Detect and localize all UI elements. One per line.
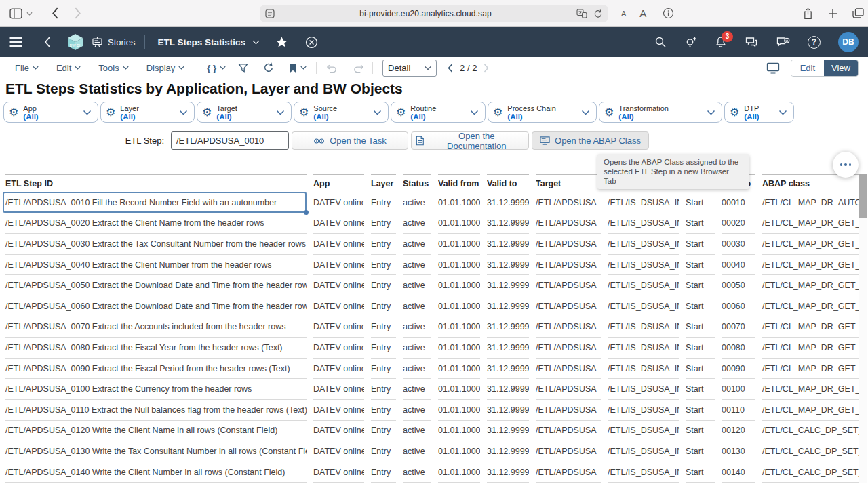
- column-header[interactable]: Target: [536, 174, 601, 192]
- cell-routine[interactable]: Start: [686, 441, 715, 462]
- cell-routine[interactable]: Start: [686, 296, 715, 317]
- menu-icon[interactable]: [9, 37, 22, 47]
- cell-status[interactable]: active: [403, 234, 431, 255]
- cell-etl-step-id[interactable]: /ETL/APDSUSA_0050 Extract the Download D…: [5, 275, 307, 296]
- cell-abap-class[interactable]: /ETL/CL_CALC_DP_SET_FIR: [762, 421, 859, 442]
- cell-layer[interactable]: Entry: [371, 234, 396, 255]
- ai-assistant-icon[interactable]: [684, 36, 697, 49]
- cell-valid-from[interactable]: 01.01.1000: [438, 234, 480, 255]
- open-abap-class-button[interactable]: Open the ABAP Class: [532, 131, 649, 150]
- cell-seq-no[interactable]: 00110: [722, 400, 755, 421]
- cell-status[interactable]: active: [403, 317, 431, 338]
- cell-valid-to[interactable]: 31.12.9999: [487, 379, 529, 400]
- text-larger-button[interactable]: A: [639, 7, 646, 19]
- cell-source[interactable]: /ETL/IS_DSUSA_IN: [608, 275, 679, 296]
- cell-app[interactable]: DATEV online: [313, 192, 364, 214]
- cell-source[interactable]: /ETL/IS_DSUSA_IN: [608, 338, 679, 359]
- cell-seq-no[interactable]: 00050: [722, 275, 755, 296]
- cell-seq-no[interactable]: 00060: [722, 296, 755, 317]
- cell-seq-no[interactable]: 00140: [722, 462, 755, 483]
- bookmark-button[interactable]: [289, 63, 307, 73]
- cell-target[interactable]: /ETL/APDSUSA: [536, 317, 601, 338]
- cell-valid-from[interactable]: 01.01.1000: [438, 400, 480, 421]
- stories-tab[interactable]: Stories: [108, 37, 135, 47]
- close-session-icon[interactable]: [305, 36, 318, 49]
- discussions-icon[interactable]: [745, 37, 758, 48]
- new-tab-icon[interactable]: [828, 9, 837, 18]
- notifications-icon[interactable]: 3: [715, 36, 727, 49]
- cell-routine[interactable]: Start: [686, 359, 715, 380]
- code-button[interactable]: { }: [207, 63, 226, 73]
- avatar[interactable]: DB: [838, 32, 859, 52]
- cell-etl-step-id[interactable]: /ETL/APDSUSA_0100 Extract the Currency f…: [5, 379, 307, 400]
- view-button[interactable]: View: [824, 60, 858, 76]
- cell-source[interactable]: /ETL/IS_DSUSA_IN: [608, 214, 679, 235]
- cell-status[interactable]: active: [403, 462, 431, 483]
- cell-target[interactable]: /ETL/APDSUSA: [536, 441, 601, 462]
- cell-layer[interactable]: Entry: [371, 255, 396, 276]
- cell-etl-step-id[interactable]: /ETL/APDSUSA_0130 Write the Tax Consulta…: [5, 441, 307, 462]
- cell-target[interactable]: /ETL/APDSUSA: [536, 296, 601, 317]
- forward-icon[interactable]: [74, 7, 81, 19]
- back-icon[interactable]: [52, 7, 59, 19]
- cell-etl-step-id[interactable]: /ETL/APDSUSA_0070 Extract the Accounts i…: [5, 317, 307, 338]
- cell-etl-step-id[interactable]: /ETL/APDSUSA_0010 Fill the Record Number…: [5, 192, 307, 214]
- cell-app[interactable]: DATEV online: [313, 255, 364, 276]
- cell-abap-class[interactable]: /ETL/CL_MAP_DR_GET_FIEL: [762, 296, 859, 317]
- cell-target[interactable]: /ETL/APDSUSA: [536, 255, 601, 276]
- cell-valid-from[interactable]: 01.01.1000: [438, 338, 480, 359]
- cell-layer[interactable]: Entry: [371, 400, 396, 421]
- cell-layer[interactable]: Entry: [371, 441, 396, 462]
- cell-layer[interactable]: Entry: [371, 421, 396, 442]
- cell-abap-class[interactable]: /ETL/CL_MAP_DR_GET_FIEL: [762, 400, 859, 421]
- reader-icon[interactable]: [265, 9, 275, 18]
- cell-etl-step-id[interactable]: /ETL/APDSUSA_0020 Extract the Client Nam…: [5, 214, 307, 235]
- cell-source[interactable]: /ETL/IS_DSUSA_IN: [608, 255, 679, 276]
- cell-source[interactable]: /ETL/IS_DSUSA_IN: [608, 296, 679, 317]
- cell-etl-step-id[interactable]: /ETL/APDSUSA_0060 Extract the Download D…: [5, 296, 307, 317]
- cell-layer[interactable]: Entry: [371, 359, 396, 380]
- address-bar[interactable]: bi-provider.eu20.analytics.cloud.sap: [260, 5, 608, 22]
- filter-chip[interactable]: ⚙ Routine (All): [391, 102, 486, 123]
- cell-routine[interactable]: Start: [686, 192, 715, 214]
- cell-target[interactable]: /ETL/APDSUSA: [536, 192, 601, 214]
- column-header[interactable]: App: [313, 174, 364, 192]
- cell-target[interactable]: /ETL/APDSUSA: [536, 338, 601, 359]
- cell-status[interactable]: active: [403, 296, 431, 317]
- cell-etl-step-id[interactable]: /ETL/APDSUSA_0080 Extract the Fiscal Yea…: [5, 338, 307, 359]
- info-icon[interactable]: [663, 7, 674, 19]
- feedback-icon[interactable]: [776, 37, 790, 48]
- cell-layer[interactable]: Entry: [371, 462, 396, 483]
- cell-etl-step-id[interactable]: /ETL/APDSUSA_0120 Write the Client Name …: [5, 421, 307, 442]
- cell-etl-step-id[interactable]: /ETL/APDSUSA_0140 Write the Client Numbe…: [5, 462, 307, 483]
- cell-abap-class[interactable]: /ETL/CL_MAP_DR_GET_FIEL: [762, 359, 859, 380]
- filter-chip[interactable]: ⚙ DTP (All): [724, 102, 794, 123]
- column-header[interactable]: Valid to: [487, 174, 529, 192]
- cell-routine[interactable]: Start: [686, 317, 715, 338]
- cell-layer[interactable]: Entry: [371, 296, 396, 317]
- cell-valid-to[interactable]: 31.12.9999: [487, 421, 529, 442]
- cell-app[interactable]: DATEV online: [313, 275, 364, 296]
- column-header[interactable]: Layer: [371, 174, 396, 192]
- cell-app[interactable]: DATEV online: [313, 441, 364, 462]
- sidebar-chevron-icon[interactable]: [26, 12, 33, 16]
- cell-source[interactable]: /ETL/IS_DSUSA_IN: [608, 379, 679, 400]
- cell-source[interactable]: /ETL/IS_DSUSA_IN: [608, 234, 679, 255]
- cell-valid-to[interactable]: 31.12.9999: [487, 338, 529, 359]
- cell-valid-from[interactable]: 01.01.1000: [438, 255, 480, 276]
- cell-routine[interactable]: Start: [686, 338, 715, 359]
- redo-icon[interactable]: [353, 63, 364, 73]
- cell-valid-to[interactable]: 31.12.9999: [487, 192, 529, 214]
- cell-seq-no[interactable]: 00090: [722, 359, 755, 380]
- tabs-overview-icon[interactable]: [852, 8, 864, 18]
- cell-layer[interactable]: Entry: [371, 214, 396, 235]
- filter-chip[interactable]: ⚙ App (All): [3, 102, 98, 123]
- sidebar-icon[interactable]: [9, 8, 22, 19]
- cell-seq-no[interactable]: 00130: [722, 441, 755, 462]
- help-icon[interactable]: ?: [808, 36, 821, 49]
- cell-target[interactable]: /ETL/APDSUSA: [536, 234, 601, 255]
- cell-app[interactable]: DATEV online: [313, 317, 364, 338]
- favorite-star-icon[interactable]: [276, 37, 288, 47]
- cell-seq-no[interactable]: 00030: [722, 234, 755, 255]
- menu-file[interactable]: File: [15, 63, 39, 73]
